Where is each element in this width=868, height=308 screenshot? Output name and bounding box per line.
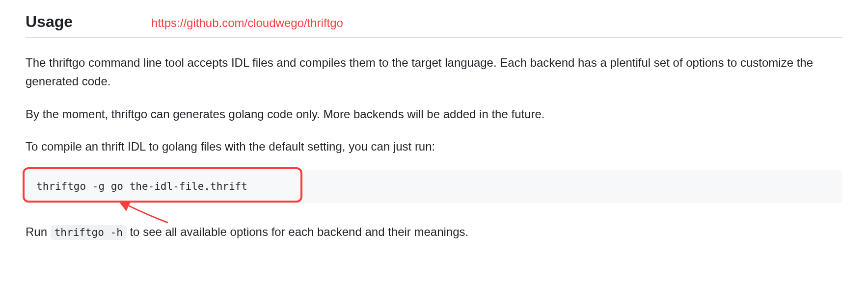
header-row: Usage https://github.com/cloudwego/thrif… xyxy=(26,10,842,38)
code-block: thriftgo -g go the-idl-file.thrift xyxy=(26,170,842,204)
code-text: thriftgo -g go the-idl-file.thrift xyxy=(36,180,247,192)
url-annotation: https://github.com/cloudwego/thriftgo xyxy=(151,14,343,32)
run-suffix: to see all available options for each ba… xyxy=(127,225,468,238)
paragraph-2: By the moment, thriftgo can generates go… xyxy=(26,105,842,124)
code-block-wrapper: thriftgo -g go the-idl-file.thrift xyxy=(26,170,842,204)
paragraph-1: The thriftgo command line tool accepts I… xyxy=(26,53,842,91)
inline-code: thriftgo -h xyxy=(51,225,127,240)
paragraph-3: To compile an thrift IDL to golang files… xyxy=(26,137,842,156)
section-heading: Usage xyxy=(26,10,73,33)
paragraph-4: Run thriftgo -h to see all available opt… xyxy=(26,223,842,241)
run-prefix: Run xyxy=(26,225,51,238)
